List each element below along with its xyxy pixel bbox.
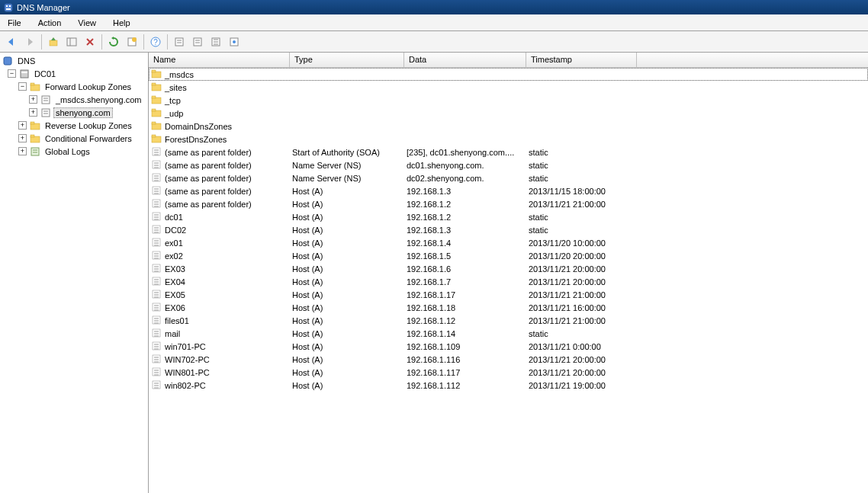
tree-rlz[interactable]: + Reverse Lookup Zones <box>0 119 148 132</box>
menu-view[interactable]: View <box>75 17 99 29</box>
list-record[interactable]: files01Host (A)192.168.1.122013/11/21 21… <box>149 314 868 327</box>
list-record[interactable]: dc01Host (A)192.168.1.2static <box>149 210 868 223</box>
list-record[interactable]: (same as parent folder)Host (A)192.168.1… <box>149 184 868 197</box>
folder-name: _tcp <box>165 96 181 105</box>
record-timestamp: 2013/11/15 18:00:00 <box>526 187 637 196</box>
action-button-2[interactable] <box>189 34 206 50</box>
list-record[interactable]: win802-PCHost (A)192.168.1.1122013/11/21… <box>149 379 868 392</box>
record-timestamp: static <box>526 148 637 157</box>
expander-icon[interactable]: + <box>18 134 27 142</box>
record-type: Name Server (NS) <box>290 174 404 183</box>
svg-rect-25 <box>21 72 27 73</box>
record-type: Host (A) <box>290 355 404 364</box>
tree-server[interactable]: − DC01 <box>0 67 148 80</box>
show-hide-button[interactable] <box>63 34 80 50</box>
list-folder[interactable]: _msdcs <box>149 68 868 81</box>
tree-label: Forward Lookup Zones <box>43 82 133 91</box>
new-button[interactable] <box>124 34 140 50</box>
list-record[interactable]: (same as parent folder)Start of Authorit… <box>149 146 868 158</box>
expander-icon[interactable]: + <box>18 121 27 130</box>
record-name: WIN801-PC <box>165 368 210 377</box>
record-timestamp: 2013/11/21 20:00:00 <box>526 368 637 377</box>
folder-name: DomainDnsZones <box>165 122 232 131</box>
nav-tree[interactable]: DNS − DC01 − Forward Lookup Zones + _msd… <box>0 53 149 493</box>
tree-root-dns[interactable]: DNS <box>0 54 148 67</box>
record-name: win802-PC <box>165 381 206 390</box>
zone-icon <box>40 107 51 118</box>
tree-zone-msdcs[interactable]: + _msdcs.shenyong.com <box>0 93 148 106</box>
record-data: 192.168.1.12 <box>404 316 526 325</box>
list-record[interactable]: DC02Host (A)192.168.1.3static <box>149 223 868 236</box>
delete-button[interactable] <box>82 34 98 50</box>
record-name: DC02 <box>165 226 186 235</box>
list-folder[interactable]: _tcp <box>149 94 868 107</box>
list-record[interactable]: (same as parent folder)Name Server (NS)d… <box>149 171 868 184</box>
back-button[interactable] <box>3 34 20 50</box>
help-button[interactable]: ? <box>147 34 164 50</box>
record-icon <box>151 172 162 184</box>
refresh-button[interactable] <box>105 34 122 50</box>
expander-icon[interactable]: − <box>8 69 16 78</box>
col-type[interactable]: Type <box>290 53 404 67</box>
menubar: File Action View Help <box>0 14 868 31</box>
record-name: mail <box>165 329 180 338</box>
record-data: 192.168.1.7 <box>404 277 526 287</box>
record-type: Host (A) <box>290 226 404 235</box>
list-record[interactable]: mailHost (A)192.168.1.14static <box>149 327 868 340</box>
record-timestamp: static <box>526 329 637 338</box>
list-record[interactable]: ex01Host (A)192.168.1.42013/11/20 10:00:… <box>149 236 868 249</box>
list-record[interactable]: EX03Host (A)192.168.1.62013/11/21 20:00:… <box>149 262 868 275</box>
record-timestamp: static <box>526 226 637 235</box>
list-record[interactable]: WIN801-PCHost (A)192.168.1.1172013/11/21… <box>149 366 868 379</box>
zone-icon <box>40 94 51 105</box>
list-record[interactable]: WIN702-PCHost (A)192.168.1.1162013/11/21… <box>149 353 868 366</box>
list-record[interactable]: EX06Host (A)192.168.1.182013/11/21 16:00… <box>149 301 868 314</box>
action-button-3[interactable] <box>207 34 224 50</box>
record-name: dc01 <box>165 213 183 222</box>
expander-icon[interactable]: + <box>29 108 37 117</box>
expander-icon[interactable]: + <box>29 95 37 104</box>
tree-label: _msdcs.shenyong.com <box>53 95 144 104</box>
list-record[interactable]: (same as parent folder)Host (A)192.168.1… <box>149 197 868 210</box>
col-name[interactable]: Name <box>149 53 290 67</box>
list-folder[interactable]: ForestDnsZones <box>149 133 868 146</box>
col-timestamp[interactable]: Timestamp <box>526 53 637 67</box>
record-type: Host (A) <box>290 200 404 209</box>
record-type: Host (A) <box>290 238 404 248</box>
svg-rect-31 <box>42 109 50 117</box>
expander-icon[interactable]: − <box>18 82 27 91</box>
record-list[interactable]: _msdcs_sites_tcp_udpDomainDnsZonesForest… <box>149 68 868 493</box>
menu-file[interactable]: File <box>5 17 24 29</box>
list-folder[interactable]: _sites <box>149 81 868 94</box>
tree-gl[interactable]: + Global Logs <box>0 145 148 158</box>
list-record[interactable]: ex02Host (A)192.168.1.52013/11/20 20:00:… <box>149 249 868 262</box>
record-timestamp: 2013/11/21 21:00:00 <box>526 200 637 209</box>
col-data[interactable]: Data <box>404 53 526 67</box>
toolbar: ? <box>0 31 868 53</box>
menu-action[interactable]: Action <box>35 17 65 29</box>
list-folder[interactable]: DomainDnsZones <box>149 120 868 133</box>
record-timestamp: static <box>526 213 637 222</box>
record-name: (same as parent folder) <box>165 200 252 209</box>
list-record[interactable]: win701-PCHost (A)192.168.1.1092013/11/21… <box>149 340 868 353</box>
record-type: Host (A) <box>290 381 404 390</box>
list-record[interactable]: EX04Host (A)192.168.1.72013/11/21 20:00:… <box>149 275 868 288</box>
tree-cf[interactable]: + Conditional Forwarders <box>0 132 148 145</box>
list-record[interactable]: EX05Host (A)192.168.1.172013/11/21 21:00… <box>149 288 868 301</box>
list-record[interactable]: (same as parent folder)Name Server (NS)d… <box>149 158 868 171</box>
record-type: Host (A) <box>290 277 404 287</box>
svg-rect-42 <box>152 70 156 72</box>
action-button-4[interactable] <box>226 34 243 50</box>
tree-flz[interactable]: − Forward Lookup Zones <box>0 80 148 93</box>
list-folder[interactable]: _udp <box>149 107 868 120</box>
record-name: (same as parent folder) <box>165 174 252 183</box>
menu-help[interactable]: Help <box>110 17 133 29</box>
forward-button[interactable] <box>21 34 38 50</box>
record-type: Host (A) <box>290 264 404 274</box>
record-timestamp: static <box>526 161 637 170</box>
expander-icon[interactable]: + <box>18 147 27 155</box>
up-button[interactable] <box>45 34 62 50</box>
record-timestamp: 2013/11/21 21:00:00 <box>526 290 637 299</box>
tree-zone-shenyong[interactable]: + shenyong.com <box>0 106 148 119</box>
action-button-1[interactable] <box>171 34 188 50</box>
